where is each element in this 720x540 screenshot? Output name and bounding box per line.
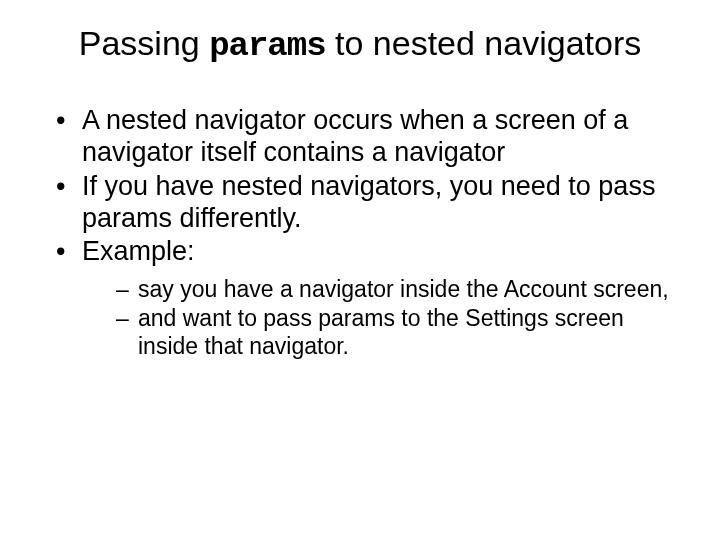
main-bullet-list: A nested navigator occurs when a screen …	[40, 105, 680, 360]
sub-bullet-list: say you have a navigator inside the Acco…	[82, 276, 680, 359]
slide-title: Passing params to nested navigators	[40, 24, 680, 65]
title-post: to nested navigators	[326, 24, 642, 62]
bullet-text: Example:	[82, 236, 195, 266]
sub-bullet-text: and want to pass params to the Settings …	[138, 305, 624, 358]
sub-bullet-item: say you have a navigator inside the Acco…	[116, 276, 680, 303]
sub-bullet-text: say you have a navigator inside the Acco…	[138, 276, 669, 302]
bullet-item: A nested navigator occurs when a screen …	[56, 105, 680, 169]
bullet-text: A nested navigator occurs when a screen …	[82, 105, 628, 167]
bullet-item: Example: say you have a navigator inside…	[56, 236, 680, 359]
bullet-item: If you have nested navigators, you need …	[56, 171, 680, 235]
title-mono: params	[209, 27, 325, 65]
sub-bullet-item: and want to pass params to the Settings …	[116, 305, 680, 359]
title-pre: Passing	[79, 24, 209, 62]
bullet-text: If you have nested navigators, you need …	[82, 171, 655, 233]
